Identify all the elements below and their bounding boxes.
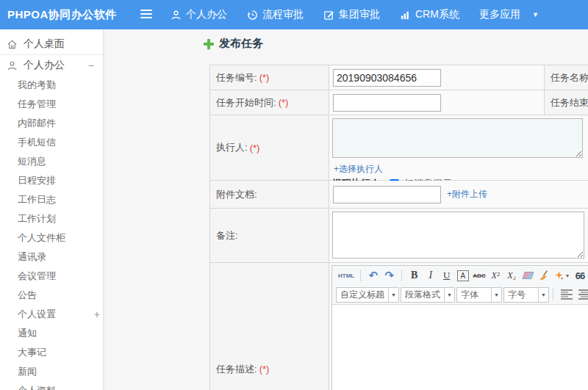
custom-heading-dropdown[interactable]: 自定义标题▼ (336, 287, 399, 303)
sidebar-item-personal-office[interactable]: 个人办公 − (0, 55, 103, 76)
attachment-input[interactable] (333, 186, 441, 203)
sidebar-item-notice[interactable]: 通知 (0, 324, 103, 343)
italic-button[interactable]: I (424, 268, 437, 283)
sidebar: 个人桌面 个人办公 − 我的考勤 任务管理 内部邮件 手机短信 短消息 日程安排… (0, 29, 104, 390)
sidebar-item-file-cabinet[interactable]: 个人文件柜 (0, 228, 103, 248)
sparkle-icon (554, 271, 564, 281)
user-icon (171, 10, 182, 21)
process-icon (247, 10, 258, 21)
sidebar-item-clipped[interactable]: 个人资料 (0, 381, 103, 390)
chevron-down-icon[interactable]: ▼ (532, 11, 539, 18)
sidebar-item-work-log[interactable]: 工作日志 (0, 190, 103, 209)
editor-body[interactable] (332, 305, 588, 390)
font-size-dropdown[interactable]: 字号▼ (503, 287, 549, 303)
end-time-label: 任务结束时间:(*) (545, 90, 588, 115)
sidebar-item-work-plan[interactable]: 工作计划 (0, 209, 103, 228)
user-icon (7, 60, 18, 71)
remark-textarea[interactable] (332, 212, 584, 259)
sidebar-item-schedule[interactable]: 日程安排 (0, 171, 103, 190)
auto-typeset-button[interactable]: ▼ (554, 268, 570, 283)
task-no-input[interactable] (333, 69, 441, 87)
chevron-down-icon: ▼ (388, 288, 398, 302)
start-time-input[interactable] (333, 94, 441, 112)
required-mark: (*) (250, 142, 260, 154)
superscript-button[interactable]: X² (490, 268, 502, 283)
attachment-label: 附件文档: (210, 181, 329, 209)
toolbar-separator (553, 289, 553, 300)
format-brush-button[interactable] (538, 268, 551, 283)
executor-textarea[interactable] (332, 118, 583, 158)
boxed-a-icon: A (457, 270, 469, 281)
char-border-button[interactable]: A (456, 268, 469, 283)
eraser-icon (522, 272, 534, 279)
redo-button[interactable]: ↷ (383, 268, 395, 283)
app-logo: PHPOA协同办公软件 (7, 0, 117, 29)
editor-toolbar-row2: 自定义标题▼ 段落格式▼ 字体▼ 字号▼ (332, 285, 588, 305)
sidebar-item-internal-mail[interactable]: 内部邮件 (0, 114, 103, 133)
editor-toolbar-row1: HTML ↶ ↷ B I U A ABC X² X₂ (332, 266, 588, 285)
undo-button[interactable]: ↶ (367, 268, 379, 283)
toolbar-separator (401, 270, 402, 281)
nav-item-crm[interactable]: CRM系统 (400, 8, 459, 21)
strikethrough-button[interactable]: ABC (473, 268, 485, 283)
home-icon (7, 39, 18, 50)
select-executor-link[interactable]: +选择执行人 (334, 163, 383, 176)
nav-item-more-apps[interactable]: 更多应用 ▼ (479, 8, 539, 21)
underline-button[interactable]: U (440, 268, 453, 283)
chevron-down-icon: ▼ (538, 288, 548, 302)
sidebar-item-attendance[interactable]: 我的考勤 (0, 76, 103, 95)
sidebar-item-short-message[interactable]: 短消息 (0, 152, 103, 171)
bold-button[interactable]: B (408, 268, 420, 283)
sidebar-item-label: 个人桌面 (24, 37, 65, 51)
sidebar-item-desktop[interactable]: 个人桌面 (0, 34, 103, 54)
publish-task-form: 任务编号:(*) 任务名称:(*) 任务开始时间:(*) 任务结束时间:(*) … (209, 65, 588, 390)
rich-text-editor: HTML ↶ ↷ B I U A ABC X² X₂ (331, 265, 588, 390)
required-mark: (*) (259, 364, 270, 375)
bar-chart-icon (400, 10, 411, 21)
sidebar-item-contacts[interactable]: 通讯录 (0, 248, 103, 267)
subscript-button[interactable]: X₂ (506, 268, 518, 283)
sidebar-item-news[interactable]: 新闻 (0, 362, 103, 381)
menu-icon[interactable] (140, 10, 152, 20)
align-center-button[interactable] (578, 289, 588, 300)
sidebar-item-task-management[interactable]: 任务管理 (0, 95, 103, 114)
task-no-label: 任务编号:(*) (210, 65, 329, 90)
brush-icon (539, 270, 549, 281)
sidebar-item-label: 个人办公 (24, 59, 65, 72)
expand-icon[interactable]: + (94, 308, 100, 320)
nav-item-process-approval[interactable]: 流程审批 (247, 8, 304, 21)
task-name-label: 任务名称:(*) (545, 65, 588, 90)
chevron-down-icon: ▼ (444, 288, 454, 302)
nav-label: 更多应用 (479, 8, 520, 21)
topbar: PHPOA协同办公软件 个人办公 流程审批 集团审批 CRM系统 更多应用 ▼ (0, 0, 588, 29)
nav-item-group-approval[interactable]: 集团审批 (323, 8, 380, 21)
sidebar-item-sms[interactable]: 手机短信 (0, 133, 103, 152)
required-mark: (*) (279, 97, 289, 108)
collapse-icon[interactable]: − (88, 59, 94, 71)
page-header: 发布任务 (204, 37, 263, 51)
nav-label: 流程审批 (262, 8, 304, 21)
start-time-label: 任务开始时间:(*) (210, 90, 329, 115)
sidebar-item-meeting[interactable]: 会议管理 (0, 267, 103, 286)
alignment-buttons (561, 289, 588, 300)
required-mark: (*) (259, 72, 270, 83)
task-description-label: 任务描述:(*) (210, 263, 329, 390)
source-code-button[interactable]: HTML (338, 268, 354, 283)
nav-item-personal-office[interactable]: 个人办公 (171, 8, 227, 21)
align-left-button[interactable] (561, 289, 573, 300)
blockquote-button[interactable]: 66 (574, 268, 587, 283)
chevron-down-icon: ▼ (491, 288, 501, 302)
eraser-button[interactable] (522, 268, 534, 283)
sidebar-item-announcement[interactable]: 公告 (0, 286, 103, 305)
nav-label: CRM系统 (415, 8, 459, 21)
nav-label: 集团审批 (339, 8, 380, 21)
edit-icon (323, 10, 334, 21)
attachment-upload-link[interactable]: +附件上传 (447, 188, 487, 201)
font-family-dropdown[interactable]: 字体▼ (456, 287, 502, 303)
page-title: 发布任务 (219, 37, 263, 51)
paragraph-format-dropdown[interactable]: 段落格式▼ (401, 287, 455, 303)
sidebar-item-events[interactable]: 大事记 (0, 343, 103, 362)
toolbar-separator (360, 270, 361, 281)
nav-label: 个人办公 (186, 8, 227, 21)
sidebar-item-personal-settings[interactable]: 个人设置+ (0, 305, 103, 324)
